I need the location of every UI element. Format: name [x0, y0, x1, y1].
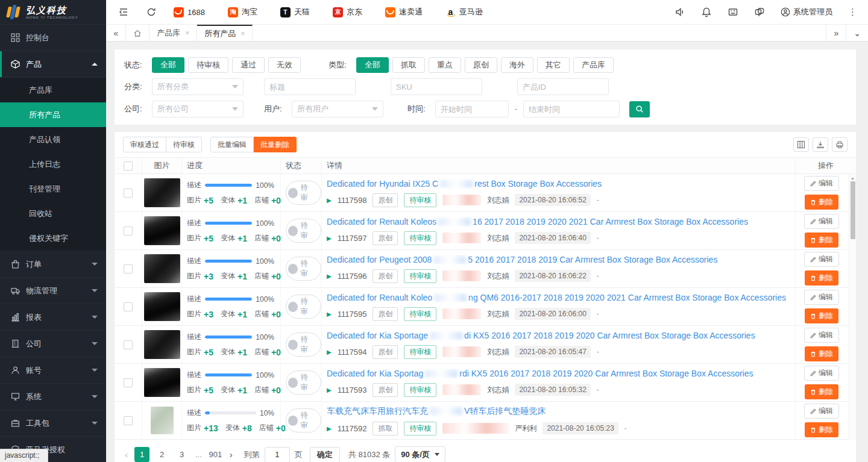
row-checkbox[interactable] — [124, 226, 133, 236]
marketplace-aliexpress[interactable]: 速卖通 — [385, 7, 423, 17]
edit-button[interactable]: 编辑 — [804, 404, 839, 419]
tabs-scroll-left-icon[interactable]: « — [106, 25, 126, 41]
page-size-select[interactable]: 90 条/页 — [395, 446, 445, 462]
delete-button[interactable]: 删除 — [805, 233, 838, 248]
title-input[interactable] — [264, 78, 356, 95]
sidebar-subitem-product-library[interactable]: 产品库 — [0, 78, 106, 102]
status-option-invalid[interactable]: 无效 — [268, 57, 301, 73]
print-button[interactable] — [832, 137, 848, 152]
type-option-scraped[interactable]: 抓取 — [392, 57, 425, 73]
approve-button[interactable]: 审核通过 — [123, 137, 166, 152]
status-toggle[interactable]: 待审 — [286, 370, 321, 395]
edit-button[interactable]: 编辑 — [804, 328, 839, 343]
bulk-delete-button[interactable]: 批量删除 — [254, 137, 297, 152]
sidebar-item-console[interactable]: 控制台 — [0, 25, 106, 51]
scroll-up-icon[interactable]: ▲ — [851, 174, 855, 181]
sidebar-item-logistics[interactable]: 物流管理 — [0, 278, 106, 304]
sku-input[interactable] — [391, 78, 482, 95]
scrollbar-thumb[interactable] — [851, 181, 855, 239]
page-number[interactable]: 1 — [134, 447, 149, 462]
status-toggle[interactable]: 待审 — [286, 295, 321, 319]
play-icon[interactable]: ▶ — [327, 235, 332, 242]
delete-button[interactable]: 删除 — [805, 308, 838, 323]
type-option-overseas[interactable]: 海外 — [501, 57, 533, 73]
sidebar-item-orders[interactable]: 订单 — [0, 251, 106, 278]
tabs-scroll-right-icon[interactable]: » — [826, 25, 846, 41]
delete-button[interactable]: 删除 — [805, 195, 838, 210]
row-checkbox[interactable] — [124, 416, 133, 425]
marketplace-1688[interactable]: 1688 — [174, 7, 205, 17]
delete-button[interactable]: 删除 — [805, 422, 838, 437]
user-select[interactable]: 所有用户 — [292, 101, 383, 117]
status-toggle[interactable]: 待审 — [286, 219, 321, 243]
close-tab-icon[interactable]: × — [185, 29, 189, 37]
play-icon[interactable]: ▶ — [327, 197, 332, 204]
row-checkbox[interactable] — [124, 264, 133, 273]
close-tab-icon[interactable]: × — [241, 30, 245, 38]
edit-button[interactable]: 编辑 — [804, 366, 839, 381]
status-option-pending[interactable]: 待审核 — [188, 57, 228, 73]
sidebar-item-products[interactable]: 产品 — [0, 51, 106, 78]
marketplace-taobao[interactable]: 淘 淘宝 — [228, 7, 257, 17]
status-toggle[interactable]: 待审 — [286, 181, 321, 205]
sidebar-item-reports[interactable]: 报表 — [0, 304, 106, 331]
product-title-link[interactable]: Dedicated for Renault Koleos16 2017 2018… — [327, 217, 748, 226]
select-all-checkbox[interactable] — [124, 161, 133, 170]
page-number[interactable]: 3 — [174, 447, 189, 462]
company-select[interactable]: 所有公司 — [152, 101, 244, 117]
row-checkbox[interactable] — [124, 189, 133, 198]
type-option-original[interactable]: 原创 — [465, 57, 497, 73]
collapse-sidebar-icon[interactable] — [118, 7, 129, 17]
product-title-link[interactable]: 车载充气床车用旅行汽车充V轿车后排气垫睡觉床 — [327, 406, 546, 417]
home-tab-icon[interactable] — [126, 25, 149, 41]
category-select[interactable]: 所有分类 — [152, 78, 244, 95]
marketplace-tmall[interactable]: T 天猫 — [280, 7, 310, 17]
page-number[interactable]: 2 — [154, 447, 169, 462]
row-checkbox[interactable] — [124, 302, 133, 311]
status-toggle[interactable]: 待审 — [286, 332, 321, 357]
product-image[interactable] — [144, 216, 180, 245]
sidebar-item-system[interactable]: 系统 — [0, 384, 106, 410]
product-title-link[interactable]: Dedicated for Peugeot 20085 2016 2017 20… — [327, 255, 717, 264]
search-button[interactable] — [629, 101, 650, 117]
edit-button[interactable]: 编辑 — [804, 252, 839, 267]
delete-button[interactable]: 删除 — [805, 270, 838, 286]
row-checkbox[interactable] — [124, 378, 133, 387]
product-title-link[interactable]: Dedicated for Kia Sportagedi KX5 2016 20… — [327, 331, 755, 340]
sidebar-item-account[interactable]: 账号 — [0, 357, 106, 384]
sidebar-item-toolbox[interactable]: 工具包 — [0, 410, 106, 437]
marketplace-amazon[interactable]: a 亚马逊 — [445, 7, 483, 17]
product-image[interactable] — [144, 292, 180, 321]
type-option-library[interactable]: 产品库 — [573, 57, 614, 73]
delete-button[interactable]: 删除 — [805, 346, 838, 361]
prev-page-icon[interactable]: ‹ — [123, 449, 130, 460]
product-image[interactable] — [144, 368, 180, 397]
product-title-link[interactable]: Dedicated for Kia Sportagrdi KX5 2016 20… — [327, 369, 753, 378]
play-icon[interactable]: ▶ — [327, 387, 332, 393]
product-id-input[interactable] — [517, 78, 609, 95]
product-title-link[interactable]: Dedicated for Hyundai IX25 Crest Box Sto… — [327, 179, 602, 189]
set-pending-button[interactable]: 待审核 — [166, 137, 202, 152]
switch-account-icon[interactable] — [754, 7, 765, 17]
edit-button[interactable]: 编辑 — [804, 214, 839, 229]
page-number[interactable]: 901 — [208, 447, 223, 462]
export-button[interactable] — [813, 137, 828, 152]
play-icon[interactable]: ▶ — [327, 273, 332, 279]
sidebar-subitem-listing-management[interactable]: 刊登管理 — [0, 176, 106, 201]
product-title-link[interactable]: Dedicated for Renault Koleong QM6 2016-2… — [327, 293, 786, 302]
product-image[interactable] — [144, 330, 180, 359]
bell-icon[interactable] — [701, 7, 712, 17]
status-toggle[interactable]: 待审 — [286, 408, 321, 432]
type-option-key[interactable]: 重点 — [429, 57, 461, 73]
play-icon[interactable]: ▶ — [327, 425, 332, 432]
type-option-other[interactable]: 其它 — [537, 57, 570, 73]
product-image[interactable] — [144, 254, 180, 283]
bulk-edit-button[interactable]: 批量编辑 — [210, 137, 254, 152]
product-image[interactable] — [144, 178, 180, 207]
more-options-icon[interactable]: ⋮ — [848, 7, 857, 17]
next-page-icon[interactable]: › — [228, 449, 234, 460]
edit-button[interactable]: 编辑 — [804, 176, 839, 191]
tabs-menu-icon[interactable]: ⌄ — [846, 25, 868, 41]
delete-button[interactable]: 删除 — [805, 384, 838, 399]
type-option-all[interactable]: 全部 — [356, 57, 389, 73]
